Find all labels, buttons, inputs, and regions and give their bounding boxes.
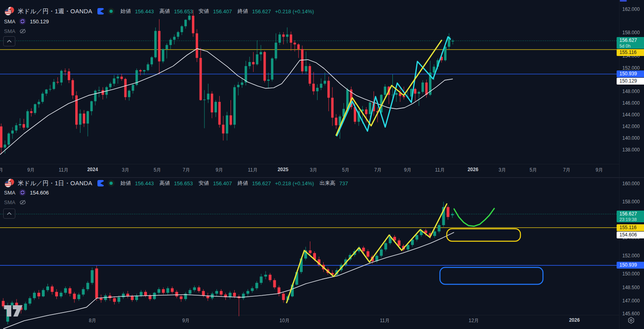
candle-body [248,62,251,66]
sma-value: 150.129 [30,19,49,25]
badge-countdown: 5d 0h [619,43,644,48]
badge-price: 150.939 [619,262,644,268]
candle-body [384,87,386,95]
candle-body [41,94,44,102]
symbol-title[interactable]: 米ドル／円・1日・OANDA [18,180,92,187]
candle-body [362,248,365,251]
yellow-zone-rect[interactable] [447,229,520,241]
candle-body [27,111,29,128]
time-axis-label: 9月 [596,167,603,174]
blue-line-badge[interactable]: 150.939 [617,70,644,77]
volume-value: 737 [339,180,348,186]
blue-line-badge[interactable]: 150.939 [617,262,644,269]
candle-body [193,288,196,290]
candle-body [34,104,36,113]
collapse-pane-button-weekly[interactable] [3,36,15,46]
candle-body [33,293,36,298]
candle-body [118,297,120,302]
candle-body [256,54,258,64]
pane-divider[interactable] [0,177,644,178]
candle-body [241,83,243,85]
price-axis-label: 148.500 [622,285,642,290]
close-value: 156.627 [252,180,271,186]
candle-body [64,288,67,293]
price-axis-label: 138.000 [622,147,642,153]
candle-body [122,294,125,297]
sync-icon[interactable] [19,18,26,25]
market-status-icon[interactable] [107,180,115,187]
blue-zone-rect[interactable] [440,267,543,284]
broker-icon[interactable] [97,180,104,187]
candle-body [64,71,66,72]
candle-body [260,52,262,54]
candle-body [407,245,409,249]
sma-value: 154.606 [30,190,49,196]
candle-body [68,71,70,80]
sync-icon[interactable] [19,189,26,196]
candle-body [165,45,168,49]
time-axis-label: 10月 [279,317,289,324]
symbol-icon [4,6,14,16]
time-axis-label: 2026 [468,167,479,172]
price-axis-label: 158.000 [622,199,642,205]
candle-body [367,251,369,257]
candle-body [438,225,440,232]
candle-body [166,288,169,293]
candle-body [29,298,31,304]
sma-line[interactable] [0,49,453,155]
candle-body [297,44,300,49]
tradingview-logo[interactable] [3,303,24,319]
candle-body [196,33,198,58]
candle-body [198,288,200,291]
candle-body [95,269,98,298]
candle-body [192,16,194,33]
candle-body [24,304,27,310]
candle-body [149,296,151,299]
chart-canvas[interactable] [0,0,644,329]
candle-body [327,81,330,98]
price-axis-label: 145.600 [622,311,642,317]
candle-body [282,294,285,300]
candle-body [60,71,63,83]
collapse-pane-button-daily[interactable] [3,209,15,219]
badge-price: 150.129 [619,78,644,84]
time-axis-label: 2025 [278,167,289,172]
candle-body [447,207,450,217]
candle-body [218,102,221,125]
candle-body [23,124,25,128]
green-curve-drawing[interactable] [454,209,494,226]
candle-body [242,294,245,298]
price-axis-label: 150.000 [622,271,642,277]
candle-body [120,77,123,79]
open-value: 156.443 [135,8,154,14]
broker-icon[interactable] [97,8,104,15]
candle-body [189,290,192,294]
eye-off-icon[interactable] [19,199,27,206]
candle-body [380,250,383,256]
market-status-icon[interactable] [107,8,115,15]
open-value: 156.443 [135,180,154,186]
candle-body [143,70,145,71]
candle-body [233,293,236,296]
time-axis-label: 2026 [569,317,580,323]
last-price-badge: 156.6275d 0h [617,37,644,49]
candle-body [264,275,267,277]
trading-chart-app: 米ドル／円・1週・OANDA 始値 156.443 高値 156.653 安値 … [0,0,644,329]
sma-value-badge: 154.606 [617,232,644,238]
sma2-label: SMA [4,28,15,34]
candle-body [175,292,178,296]
high-label: 高値 [159,180,170,187]
symbol-title[interactable]: 米ドル／円・1週・OANDA [18,8,92,15]
candle-body [402,96,405,97]
yellow-line-badge[interactable]: 155.116 [617,224,644,231]
candle-body [324,81,326,84]
time-axis-label: 7月 [374,167,382,174]
yellow-line-badge[interactable]: 155.116 [617,49,644,56]
candle-body [46,286,49,290]
price-scale-settings-icon[interactable] [627,317,635,326]
time-axis-label: 7月 [563,167,571,174]
eye-off-icon[interactable] [19,28,27,35]
price-axis-label: 147.000 [622,298,642,304]
candle-body [312,84,315,91]
time-axis-label: 11月 [59,167,68,174]
